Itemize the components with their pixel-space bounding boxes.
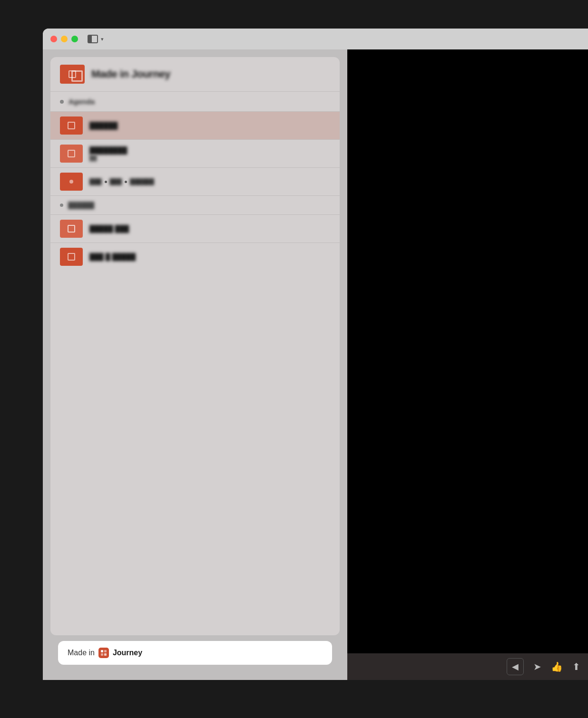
chevron-down-icon: ▾	[101, 36, 104, 42]
tag-dot-icon	[105, 181, 107, 183]
slide-item-1[interactable]: ██████	[50, 112, 340, 140]
slide-list: Made in Journey Agenda ██████	[50, 57, 340, 635]
made-in-footer[interactable]: Made in Journey	[58, 641, 332, 665]
export-icon: ⬆	[572, 661, 580, 672]
panel-toggle-icon: ◀	[512, 661, 519, 672]
header-title: Made in Journey	[91, 68, 170, 80]
slide-thumb-1	[60, 116, 83, 135]
bottom-toolbar: ◀ ➤ 👍 ⬆	[347, 653, 588, 680]
svg-rect-0	[101, 650, 103, 652]
share-button[interactable]: ➤	[533, 661, 541, 672]
slide-name-5: █████ ███	[89, 225, 129, 233]
export-button[interactable]: ⬆	[572, 661, 580, 672]
journey-logo-icon	[98, 648, 109, 658]
made-in-text: Made in	[68, 649, 95, 657]
slide-info-5: █████ ███	[89, 225, 129, 233]
tag-3: ██████	[130, 178, 154, 185]
svg-rect-2	[101, 653, 103, 656]
section-header: Agenda	[50, 92, 340, 112]
slide-header-item[interactable]: Made in Journey	[50, 57, 340, 92]
journey-logo-svg	[100, 650, 107, 656]
slide-info-1: ██████	[89, 122, 118, 129]
slide-sub-2: ██	[89, 155, 127, 161]
sidebar-toggle-button[interactable]: ▾	[88, 35, 104, 43]
section-dot-icon	[60, 100, 64, 104]
close-button[interactable]	[50, 36, 57, 42]
slide-name-1: ██████	[89, 122, 118, 129]
slide-thumb-2	[60, 145, 83, 163]
tag-2: ███	[110, 178, 122, 185]
slide-item-5[interactable]: █████ ███	[50, 215, 340, 243]
slide-name-2: ████████	[89, 146, 127, 154]
share-icon: ➤	[533, 661, 541, 672]
plain-text: ██████	[68, 202, 94, 209]
slide-thumb-5	[60, 220, 83, 238]
slide-tags-3: ███ ███ ██████	[89, 178, 154, 185]
content-area: Made in Journey Agenda ██████	[43, 49, 588, 680]
window-chrome: ▾ Made in Journey Agenda	[43, 29, 588, 680]
section-title: Agenda	[69, 97, 95, 106]
tag-dot-icon-2	[125, 181, 127, 183]
header-thumbnail	[60, 65, 85, 84]
slide-item-plain[interactable]: ██████	[50, 196, 340, 215]
slide-item-2[interactable]: ████████ ██	[50, 140, 340, 168]
panel-toggle-button[interactable]: ◀	[507, 658, 524, 675]
slide-thumb-6	[60, 248, 83, 266]
video-area	[347, 49, 588, 654]
title-bar: ▾	[43, 29, 588, 49]
like-button[interactable]: 👍	[551, 661, 563, 672]
plain-dot-icon	[60, 204, 63, 207]
journey-brand-text: Journey	[113, 649, 142, 657]
svg-rect-1	[104, 650, 107, 652]
svg-rect-3	[104, 653, 107, 656]
slide-name-6: ███ █ █████	[89, 253, 136, 261]
slide-item-6[interactable]: ███ █ █████	[50, 243, 340, 271]
right-panel: ▶ 🔊	[347, 49, 588, 680]
left-panel: Made in Journey Agenda ██████	[43, 49, 347, 680]
sidebar-icon	[88, 35, 98, 43]
like-icon: 👍	[551, 661, 563, 672]
maximize-button[interactable]	[71, 36, 78, 42]
tag-1: ███	[89, 178, 102, 185]
slide-info-6: ███ █ █████	[89, 253, 136, 261]
slide-info-2: ████████ ██	[89, 146, 127, 161]
minimize-button[interactable]	[61, 36, 68, 42]
traffic-lights	[50, 36, 78, 42]
slide-thumb-3	[60, 173, 83, 191]
slide-item-3[interactable]: ███ ███ ██████	[50, 168, 340, 196]
